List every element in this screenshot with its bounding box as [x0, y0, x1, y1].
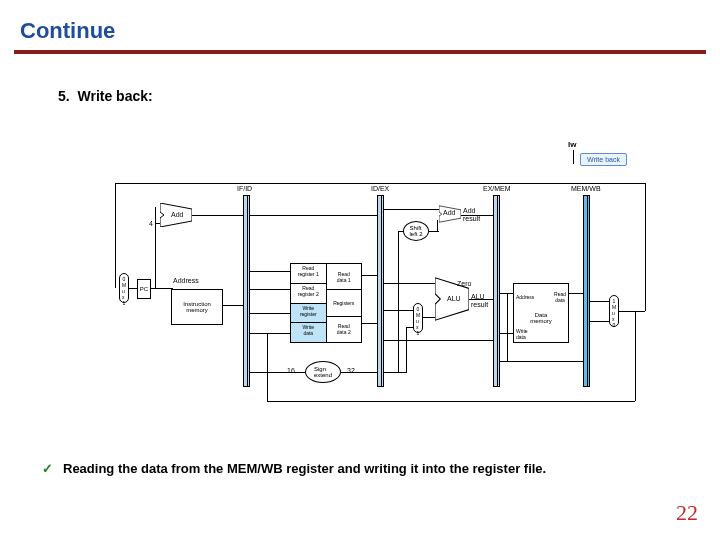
- footnote: ✓Reading the data from the MEM/WB regist…: [42, 461, 546, 476]
- wire: [155, 207, 156, 289]
- wire: [469, 299, 493, 300]
- registers-label: Registers: [327, 290, 362, 315]
- read-reg2: Read register 2: [291, 284, 326, 304]
- instruction-memory: Instruction memory: [171, 289, 223, 325]
- const-4: 4: [149, 220, 153, 228]
- wire: [507, 293, 508, 361]
- wire: [250, 215, 377, 216]
- pipe-ifid: [243, 195, 250, 387]
- wire: [192, 215, 243, 216]
- wire: [406, 327, 407, 373]
- shift-left-2: Shift left 2: [403, 221, 429, 241]
- pipe-memwb: [583, 195, 590, 387]
- wire: [341, 372, 377, 373]
- read-data2: Read data 2: [327, 316, 362, 342]
- wire: [362, 275, 377, 276]
- register-file: Read register 1 Read register 2 Write re…: [290, 263, 362, 343]
- wire: [250, 372, 305, 373]
- bits-16: 16: [287, 367, 295, 375]
- instr-label: lw: [568, 140, 576, 149]
- wb-mux: 1 M u x 0: [609, 295, 619, 327]
- pipe-ifid-label: IF/ID: [237, 185, 252, 193]
- pipe-exmem: [493, 195, 500, 387]
- bits-32: 32: [347, 367, 355, 375]
- pc-block: PC: [137, 279, 151, 299]
- dm-title: Data memory: [528, 310, 554, 326]
- wire: [645, 183, 646, 311]
- subheading-text: Write back:: [77, 88, 152, 104]
- wire: [250, 289, 290, 290]
- wire: [590, 321, 609, 322]
- wire: [384, 372, 406, 373]
- wire: [115, 183, 645, 184]
- wire: [384, 340, 493, 341]
- pipe-idex-label: ID/EX: [371, 185, 389, 193]
- read-reg1: Read register 1: [291, 264, 326, 284]
- wire: [250, 313, 290, 314]
- addr-label: Address: [173, 277, 199, 285]
- wire: [129, 288, 137, 289]
- wire: [362, 323, 377, 324]
- data-memory: Address Read data Data memory Write data: [513, 283, 569, 343]
- mux-mid: M u x: [122, 282, 126, 300]
- wire: [151, 288, 173, 289]
- page-number: 22: [676, 500, 698, 526]
- read-data1: Read data 1: [327, 264, 362, 290]
- slide-title: Continue: [0, 0, 720, 50]
- wire: [250, 271, 290, 272]
- dm-addr: Address: [514, 284, 541, 310]
- alu-label: ALU: [447, 295, 461, 303]
- wire: [437, 220, 438, 232]
- wire: [384, 283, 435, 284]
- mux-mid: M u x: [612, 304, 616, 322]
- list-number: 5.: [58, 88, 70, 104]
- check-icon: ✓: [42, 461, 53, 476]
- dm-read-data: Read data: [541, 284, 568, 310]
- wire: [423, 317, 435, 318]
- wire: [500, 361, 583, 362]
- wire: [398, 231, 399, 373]
- alu-result-label: ALU result: [471, 293, 488, 308]
- mux-mid: M u x: [416, 312, 420, 330]
- add2-label: Add: [443, 209, 455, 217]
- add-label: Add: [171, 211, 183, 219]
- pipe-idex: [377, 195, 384, 387]
- write-data: Write data: [291, 323, 326, 342]
- pipe-memwb-label: MEM/WB: [571, 185, 601, 193]
- wire: [115, 183, 116, 288]
- pipeline-diagram: lw Write back 0 M u x 1 PC Add 4 Address…: [115, 165, 655, 410]
- wire: [569, 293, 583, 294]
- sign-extend: Sign extend: [305, 361, 341, 383]
- stage-bubble: Write back: [580, 153, 627, 166]
- wire: [267, 401, 635, 402]
- wire: [223, 305, 243, 306]
- wire: [267, 333, 290, 334]
- mux-0: 0: [613, 322, 616, 328]
- wire: [573, 150, 574, 164]
- mux-1: 1: [123, 300, 126, 306]
- wire: [619, 311, 645, 312]
- alu-src-mux: 0 M u x 1: [413, 303, 423, 333]
- wire: [461, 215, 493, 216]
- wire: [590, 301, 609, 302]
- wire: [635, 311, 636, 401]
- mux-1: 1: [417, 330, 420, 336]
- wire: [267, 333, 268, 401]
- wire: [398, 231, 404, 232]
- wire: [406, 327, 413, 328]
- footnote-text: Reading the data from the MEM/WB registe…: [63, 461, 546, 476]
- subheading: 5. Write back:: [0, 54, 720, 104]
- wire: [384, 209, 439, 210]
- pc-mux: 0 M u x 1: [119, 273, 129, 303]
- pipe-exmem-label: EX/MEM: [483, 185, 511, 193]
- zero-label: Zero: [457, 280, 471, 288]
- write-reg: Write register: [291, 304, 326, 324]
- dm-write-data: Write data: [514, 326, 568, 342]
